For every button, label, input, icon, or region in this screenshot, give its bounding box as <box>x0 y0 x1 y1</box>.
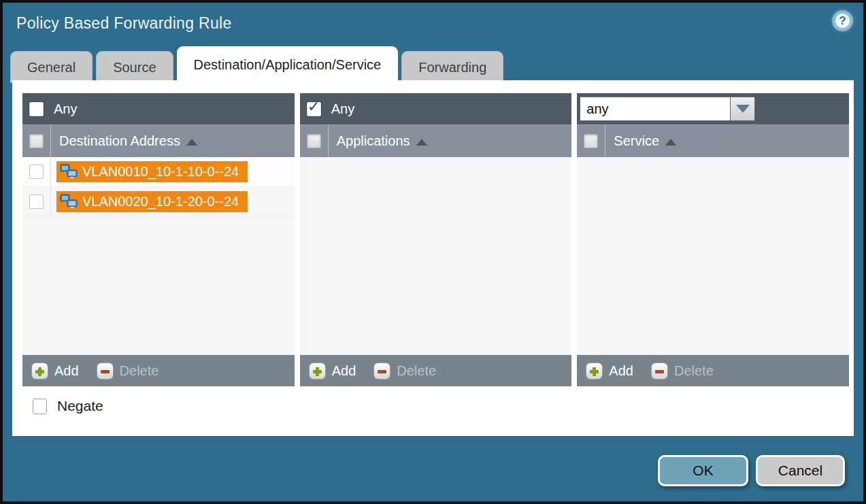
content-panel: Any Destination Address <box>12 80 854 436</box>
table-row[interactable]: VLAN0010_10-1-10-0--24 <box>22 157 295 187</box>
network-address-icon <box>60 194 78 209</box>
address-object-label: VLAN0010_10-1-10-0--24 <box>82 164 239 180</box>
service-delete-button[interactable]: Delete <box>651 363 714 380</box>
address-object-chip[interactable]: VLAN0010_10-1-10-0--24 <box>56 161 248 182</box>
service-dropdown-bar: any <box>577 93 849 124</box>
destination-list: VLAN0010_10-1-10-0--24 <box>22 157 295 354</box>
sort-ascending-icon <box>416 139 427 146</box>
row-checkbox[interactable] <box>29 195 44 209</box>
destination-address-sort-header[interactable]: Destination Address <box>51 125 197 157</box>
negate-option: Negate <box>33 398 103 414</box>
negate-checkbox[interactable] <box>33 399 47 414</box>
add-icon <box>309 363 326 380</box>
applications-list <box>300 157 572 354</box>
destination-select-all-checkbox[interactable] <box>29 134 44 148</box>
tab-source[interactable]: Source <box>96 51 173 83</box>
address-object-label: VLAN0020_10-1-20-0--24 <box>82 194 239 209</box>
policy-based-forwarding-dialog: Policy Based Forwarding Rule ? General S… <box>0 0 866 504</box>
tab-bar: General Source Destination/Application/S… <box>10 46 503 83</box>
add-icon <box>586 363 603 380</box>
service-add-button[interactable]: Add <box>586 363 633 380</box>
service-sort-header[interactable]: Service <box>605 125 676 157</box>
destination-header-row: Destination Address <box>22 124 295 157</box>
delete-icon <box>373 363 390 380</box>
applications-any-checkbox[interactable] <box>307 102 321 116</box>
chevron-down-icon <box>736 105 750 113</box>
applications-column: Any Applications Add <box>300 93 572 386</box>
service-header-label: Service <box>614 133 659 149</box>
service-dropdown-value: any <box>580 97 731 121</box>
ok-button[interactable]: OK <box>658 455 748 486</box>
delete-icon <box>97 363 114 380</box>
applications-any-label: Any <box>331 101 354 117</box>
service-footer: Add Delete <box>577 354 849 386</box>
help-icon[interactable]: ? <box>833 12 852 30</box>
applications-footer: Add Delete <box>300 354 572 386</box>
destination-add-button[interactable]: Add <box>31 363 79 380</box>
cancel-button[interactable]: Cancel <box>756 455 845 486</box>
service-select-all-checkbox[interactable] <box>584 134 598 148</box>
dropdown-button[interactable] <box>731 97 755 121</box>
columns-container: Any Destination Address <box>22 93 849 386</box>
service-column: any Service <box>577 93 849 386</box>
applications-sort-header[interactable]: Applications <box>329 125 427 157</box>
destination-any-bar: Any <box>22 93 295 124</box>
applications-header-label: Applications <box>337 133 410 149</box>
network-address-icon <box>60 164 78 180</box>
row-checkbox[interactable] <box>29 165 44 179</box>
applications-add-button[interactable]: Add <box>309 363 356 380</box>
applications-delete-button[interactable]: Delete <box>373 363 436 380</box>
add-icon <box>31 363 48 380</box>
delete-icon <box>651 363 668 380</box>
dialog-title: Policy Based Forwarding Rule <box>16 14 232 33</box>
table-row[interactable]: VLAN0020_10-1-20-0--24 <box>22 187 295 217</box>
destination-address-column: Any Destination Address <box>22 93 295 386</box>
tab-destination-application-service[interactable]: Destination/Application/Service <box>177 46 399 83</box>
applications-any-bar: Any <box>300 93 572 124</box>
destination-header-label: Destination Address <box>59 133 180 149</box>
destination-any-label: Any <box>54 101 77 117</box>
destination-footer: Add Delete <box>22 354 295 386</box>
sort-ascending-icon <box>665 139 676 146</box>
destination-delete-button[interactable]: Delete <box>97 363 159 380</box>
applications-select-all-checkbox[interactable] <box>307 134 321 148</box>
tab-forwarding[interactable]: Forwarding <box>401 51 503 83</box>
address-object-chip[interactable]: VLAN0020_10-1-20-0--24 <box>56 191 248 212</box>
sort-ascending-icon <box>186 139 197 146</box>
negate-label: Negate <box>57 398 103 414</box>
service-list <box>577 157 849 354</box>
service-header-row: Service <box>577 124 849 157</box>
tab-general[interactable]: General <box>10 51 93 83</box>
destination-any-checkbox[interactable] <box>29 102 44 116</box>
service-type-dropdown[interactable]: any <box>580 97 755 121</box>
applications-header-row: Applications <box>300 124 572 157</box>
